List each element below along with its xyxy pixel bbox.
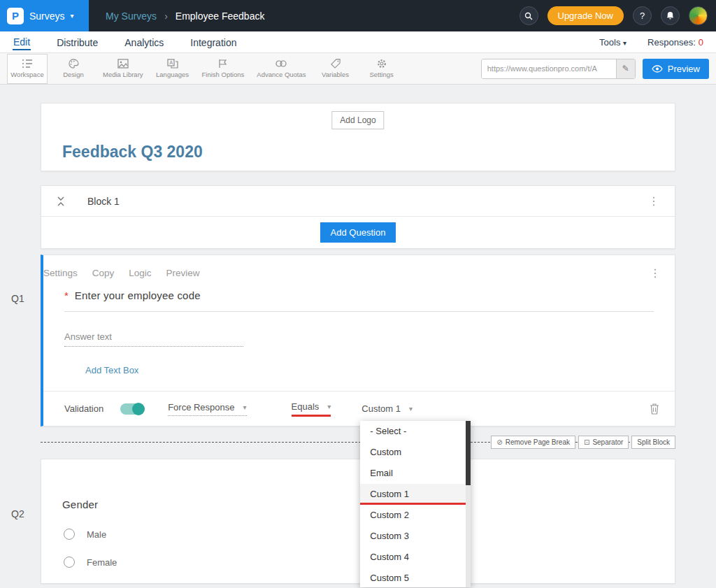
notifications-button[interactable] bbox=[661, 6, 680, 25]
separator-button[interactable]: ⊡ Separator bbox=[578, 436, 629, 449]
survey-url-input[interactable] bbox=[482, 59, 616, 78]
tab-edit[interactable]: Edit bbox=[13, 34, 31, 50]
answer-text-input[interactable]: Answer text bbox=[64, 331, 243, 347]
radio-label: Male bbox=[87, 529, 106, 540]
bell-icon bbox=[666, 11, 675, 20]
remove-page-break-button[interactable]: ⊘ Remove Page Break bbox=[491, 436, 575, 449]
dropdown-option-custom3[interactable]: Custom 3 bbox=[360, 526, 471, 547]
dropdown-option-custom4[interactable]: Custom 4 bbox=[360, 547, 471, 568]
question-copy-link[interactable]: Copy bbox=[92, 268, 115, 278]
toolbar-item-languages[interactable]: A Languages bbox=[152, 54, 193, 84]
block-menu-button[interactable]: ⋮ bbox=[648, 194, 659, 208]
question-text[interactable]: Enter your employee code bbox=[75, 289, 201, 301]
preview-button[interactable]: Preview bbox=[643, 59, 709, 79]
toolbar-item-design[interactable]: Design bbox=[53, 54, 94, 84]
force-response-select[interactable]: Force Response ▾ bbox=[168, 402, 246, 416]
finish-options-icon bbox=[217, 59, 229, 69]
chevron-down-icon: ▾ bbox=[327, 403, 331, 410]
dropdown-scrollbar-thumb[interactable] bbox=[466, 421, 471, 485]
product-switcher[interactable]: P Surveys ▾ bbox=[0, 0, 89, 31]
survey-title[interactable]: Feedback Q3 2020 bbox=[62, 143, 203, 162]
tools-dropdown[interactable]: Tools ▾ bbox=[599, 37, 626, 48]
custom-value-select-wrap: Custom 1 ▾ - Select - Custom Email Custo… bbox=[361, 403, 413, 414]
media-library-icon bbox=[117, 59, 129, 69]
dropdown-option-custom2[interactable]: Custom 2 bbox=[360, 505, 471, 526]
collapse-block-button[interactable] bbox=[57, 196, 65, 206]
dropdown-option-custom1[interactable]: Custom 1 bbox=[360, 484, 471, 505]
toolbar-item-workspace[interactable]: Workspace bbox=[7, 54, 48, 84]
toolbar-item-finish-options[interactable]: Finish Options bbox=[199, 54, 248, 84]
responses-count: 0 bbox=[699, 37, 703, 48]
breadcrumb-my-surveys[interactable]: My Surveys bbox=[106, 10, 157, 22]
dropdown-option-custom[interactable]: Custom bbox=[360, 442, 471, 463]
breadcrumb-separator-icon: › bbox=[164, 10, 168, 22]
eye-icon bbox=[652, 65, 663, 73]
search-button[interactable] bbox=[520, 6, 538, 25]
operator-value: Equals bbox=[292, 401, 320, 412]
question-logic-link[interactable]: Logic bbox=[129, 268, 151, 278]
advance-quotas-icon bbox=[275, 59, 287, 69]
chevron-down-icon: ▾ bbox=[71, 12, 74, 20]
question-card-q1: Settings Copy Logic Preview ⋮ * Enter yo… bbox=[41, 254, 675, 426]
add-question-button[interactable]: Add Question bbox=[320, 222, 396, 243]
chevron-down-icon: ▾ bbox=[623, 39, 626, 47]
chevron-down-icon: ▾ bbox=[243, 403, 247, 411]
tab-analytics[interactable]: Analytics bbox=[124, 34, 164, 50]
collapse-icon bbox=[57, 196, 65, 206]
add-text-box-link[interactable]: Add Text Box bbox=[85, 365, 138, 375]
validation-label: Validation bbox=[64, 403, 103, 414]
split-block-button[interactable]: Split Block bbox=[631, 436, 675, 449]
design-icon bbox=[68, 59, 79, 69]
toolbar-label: Settings bbox=[369, 71, 393, 78]
toolbar-item-media-library[interactable]: Media Library bbox=[99, 54, 147, 84]
product-label: Surveys bbox=[29, 10, 65, 22]
workspace-icon bbox=[22, 59, 33, 69]
dropdown-option-select[interactable]: - Select - bbox=[360, 421, 471, 442]
add-logo-button[interactable]: Add Logo bbox=[331, 111, 384, 129]
tools-label: Tools bbox=[599, 37, 620, 48]
question-settings-link[interactable]: Settings bbox=[43, 268, 78, 278]
topbar: P Surveys ▾ My Surveys › Employee Feedba… bbox=[0, 0, 716, 31]
main-nav: Edit Distribute Analytics Integration To… bbox=[0, 31, 716, 53]
validation-toggle[interactable] bbox=[120, 403, 144, 415]
tab-distribute[interactable]: Distribute bbox=[56, 34, 99, 50]
question-text-field[interactable]: * Enter your employee code bbox=[64, 289, 654, 312]
breadcrumb: My Surveys › Employee Feedback bbox=[106, 10, 264, 22]
help-button[interactable]: ? bbox=[633, 6, 652, 25]
toolbar-label: Advance Quotas bbox=[257, 71, 306, 78]
pencil-icon: ✎ bbox=[622, 64, 629, 73]
languages-icon: A bbox=[167, 59, 178, 69]
toolbar-label: Media Library bbox=[103, 71, 143, 78]
custom-value-select[interactable]: Custom 1 ▾ bbox=[361, 403, 413, 414]
operator-select[interactable]: Equals ▾ bbox=[292, 401, 331, 417]
toolbar-item-settings[interactable]: Settings bbox=[361, 54, 402, 84]
toolbar-item-variables[interactable]: Variables bbox=[315, 54, 356, 84]
search-icon bbox=[524, 12, 533, 20]
question-menu-button[interactable]: ⋮ bbox=[650, 266, 661, 280]
radio-button-icon[interactable] bbox=[64, 529, 75, 540]
delete-validation-button[interactable] bbox=[650, 403, 659, 415]
responses-counter: Responses:0 bbox=[647, 37, 703, 48]
variables-icon bbox=[330, 59, 341, 69]
block-title[interactable]: Block 1 bbox=[87, 196, 120, 207]
preview-label: Preview bbox=[668, 64, 700, 74]
tab-integration[interactable]: Integration bbox=[189, 34, 237, 50]
question-card-q2: Gender Male Female bbox=[41, 459, 675, 584]
toolbar-right: ✎ Preview bbox=[481, 59, 709, 79]
toolbar-label: Languages bbox=[156, 71, 189, 78]
block-header: Block 1 ⋮ bbox=[41, 186, 675, 217]
validation-row: Validation Force Response ▾ Equals ▾ Cus… bbox=[43, 391, 675, 426]
question-preview-link[interactable]: Preview bbox=[166, 268, 200, 278]
radio-button-icon[interactable] bbox=[64, 557, 75, 568]
toolbar-label: Variables bbox=[322, 71, 349, 78]
dropdown-scrollbar[interactable] bbox=[466, 421, 471, 587]
toolbar-item-advance-quotas[interactable]: Advance Quotas bbox=[253, 54, 309, 84]
remove-page-break-label: Remove Page Break bbox=[506, 438, 570, 446]
upgrade-now-button[interactable]: Upgrade Now bbox=[547, 6, 624, 25]
user-avatar[interactable] bbox=[689, 6, 708, 25]
dropdown-option-email[interactable]: Email bbox=[360, 463, 471, 484]
dropdown-option-custom5[interactable]: Custom 5 bbox=[360, 568, 471, 587]
edit-url-button[interactable]: ✎ bbox=[616, 59, 635, 78]
survey-header-card: Add Logo Feedback Q3 2020 bbox=[41, 103, 675, 171]
questionpro-logo: P bbox=[7, 8, 24, 24]
